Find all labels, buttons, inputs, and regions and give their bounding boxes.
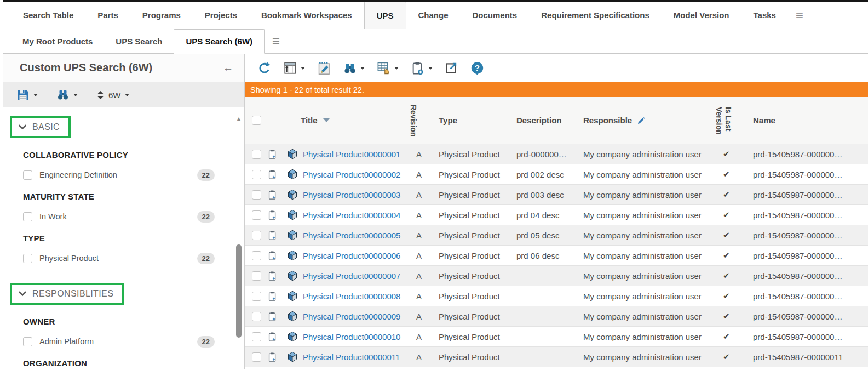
row-checkbox[interactable] [252, 352, 261, 362]
find-dropdown-caret-icon [360, 67, 365, 70]
copy-to-clipboard-icon[interactable] [268, 251, 277, 261]
select-all-checkbox[interactable] [252, 116, 261, 125]
nav-item-programs[interactable]: Programs [130, 2, 193, 29]
select-rows-button[interactable] [374, 59, 401, 77]
table-row[interactable]: Physical Product00000003 A Physical Prod… [245, 185, 868, 205]
row-title-link[interactable]: Physical Product00000003 [303, 190, 400, 200]
row-checkbox[interactable] [252, 190, 261, 200]
find-button[interactable] [341, 59, 367, 77]
table-row[interactable]: Physical Product00000005 A Physical Prod… [245, 225, 868, 246]
copy-to-clipboard-icon[interactable] [268, 230, 277, 241]
tab-my-root-products[interactable]: My Root Products [11, 29, 104, 53]
facet-checkbox[interactable] [23, 337, 32, 346]
facet-checkbox[interactable] [23, 170, 32, 180]
row-type: Physical Product [429, 190, 510, 200]
copy-to-clipboard-icon[interactable] [268, 332, 277, 342]
row-checkbox[interactable] [252, 332, 261, 341]
row-checkbox[interactable] [252, 231, 261, 240]
copy-to-clipboard-icon[interactable] [268, 169, 277, 180]
nav-item-ups-active[interactable]: UPS [364, 2, 406, 29]
row-title-link[interactable]: Physical Product00000011 [303, 352, 400, 362]
facet-checkbox[interactable] [23, 254, 32, 263]
nav-item-requirement-specifications[interactable]: Requirement Specifications [529, 2, 662, 29]
copy-to-clipboard-icon[interactable] [268, 291, 277, 301]
column-header-responsible[interactable]: Responsible [577, 116, 714, 125]
row-title-link[interactable]: Physical Product00000001 [303, 150, 400, 159]
nav-item-bookmark-workspaces[interactable]: Bookmark Workspaces [249, 2, 364, 29]
tab-overflow-menu-icon[interactable]: ≡ [265, 29, 288, 53]
facet-item-in-work[interactable]: In Work 22 [23, 208, 233, 225]
row-title-link[interactable]: Physical Product00000002 [303, 170, 400, 179]
facet-item-admin-platform[interactable]: Admin Platform 22 [23, 333, 233, 350]
facet-section-responsiblities[interactable]: RESPONSIBLITIES [10, 283, 124, 305]
help-button[interactable]: ? [468, 59, 487, 77]
row-checkbox[interactable] [252, 271, 261, 281]
edit-column-pencil-icon[interactable] [637, 116, 646, 125]
nav-item-model-version[interactable]: Model Version [662, 2, 741, 29]
sidebar-scrollbar[interactable]: ▲ [234, 111, 243, 369]
sort-descending-icon[interactable] [323, 118, 330, 122]
row-checkbox[interactable] [252, 210, 261, 220]
facet-section-basic[interactable]: BASIC [10, 116, 71, 138]
tab-ups-search-6w-active[interactable]: UPS Search (6W) [174, 29, 265, 54]
nav-item-change[interactable]: Change [406, 2, 461, 29]
row-checkbox[interactable] [252, 312, 261, 321]
copy-to-clipboard-icon[interactable] [268, 271, 277, 281]
scrollbar-thumb[interactable] [236, 244, 242, 338]
column-header-revision[interactable]: Revision [408, 104, 418, 136]
row-title-link[interactable]: Physical Product00000007 [303, 271, 400, 281]
edit-button[interactable] [314, 59, 334, 77]
table-row[interactable]: Physical Product00000004 A Physical Prod… [245, 205, 868, 225]
row-title-link[interactable]: Physical Product00000006 [303, 251, 400, 260]
row-checkbox[interactable] [252, 170, 261, 179]
sort-control[interactable]: 6W [96, 90, 129, 100]
column-header-title[interactable]: Title [284, 116, 408, 125]
column-header-name[interactable]: Name [744, 116, 868, 125]
sidebar-search-button[interactable] [56, 88, 78, 101]
table-row[interactable]: Physical Product00000011 A Physical Prod… [245, 347, 868, 367]
save-search-button[interactable] [16, 88, 38, 101]
table-row[interactable]: Physical Product00000009 A Physical Prod… [245, 306, 868, 327]
copy-to-clipboard-icon[interactable] [268, 311, 277, 322]
tab-ups-search[interactable]: UPS Search [104, 29, 174, 53]
copy-to-clipboard-icon[interactable] [268, 190, 277, 200]
nav-item-tasks[interactable]: Tasks [741, 2, 787, 29]
row-title-link[interactable]: Physical Product00000010 [303, 332, 400, 341]
column-header-is-last-version[interactable]: Is Last Version [714, 106, 733, 135]
product-cube-icon [287, 169, 298, 180]
nav-item-parts[interactable]: Parts [85, 2, 130, 29]
nav-item-projects[interactable]: Projects [193, 2, 249, 29]
row-name: prd-15405987-000000… [744, 231, 868, 240]
sidebar-collapse-icon[interactable]: ← [223, 62, 233, 74]
open-in-new-window-button[interactable] [442, 59, 461, 77]
row-checkbox[interactable] [252, 150, 261, 159]
facet-checkbox[interactable] [23, 212, 32, 221]
table-row[interactable]: Physical Product00000010 A Physical Prod… [245, 327, 868, 347]
table-row[interactable]: Physical Product00000007 A Physical Prod… [245, 266, 868, 286]
column-header-type[interactable]: Type [429, 116, 510, 125]
table-row[interactable]: Physical Product00000001 A Physical Prod… [245, 144, 868, 164]
row-title-link[interactable]: Physical Product00000004 [303, 210, 400, 220]
facet-item-engineering-definition[interactable]: Engineering Definition 22 [23, 167, 233, 183]
row-title-link[interactable]: Physical Product00000005 [303, 231, 400, 240]
table-row[interactable]: Physical Product00000008 A Physical Prod… [245, 286, 868, 306]
table-row[interactable]: Physical Product00000002 A Physical Prod… [245, 164, 868, 185]
column-header-description[interactable]: Description [510, 116, 577, 125]
row-checkbox[interactable] [252, 292, 261, 301]
product-cube-icon [287, 230, 298, 241]
facet-item-physical-product[interactable]: Physical Product 22 [23, 250, 233, 266]
copy-add-button[interactable] [408, 59, 435, 77]
scroll-up-icon[interactable]: ▲ [234, 115, 243, 123]
row-checkbox[interactable] [252, 251, 261, 260]
nav-item-documents[interactable]: Documents [461, 2, 530, 29]
copy-to-clipboard-icon[interactable] [268, 149, 277, 160]
copy-to-clipboard-icon[interactable] [268, 352, 277, 362]
row-title-link[interactable]: Physical Product00000008 [303, 292, 400, 301]
table-row[interactable]: Physical Product00000006 A Physical Prod… [245, 246, 868, 266]
copy-to-clipboard-icon[interactable] [268, 210, 277, 220]
refresh-button[interactable] [255, 59, 274, 77]
nav-overflow-menu-icon[interactable]: ≡ [788, 2, 811, 29]
configure-columns-button[interactable] [281, 59, 307, 77]
row-title-link[interactable]: Physical Product00000009 [303, 312, 400, 321]
nav-item-search-table[interactable]: Search Table [11, 2, 85, 29]
